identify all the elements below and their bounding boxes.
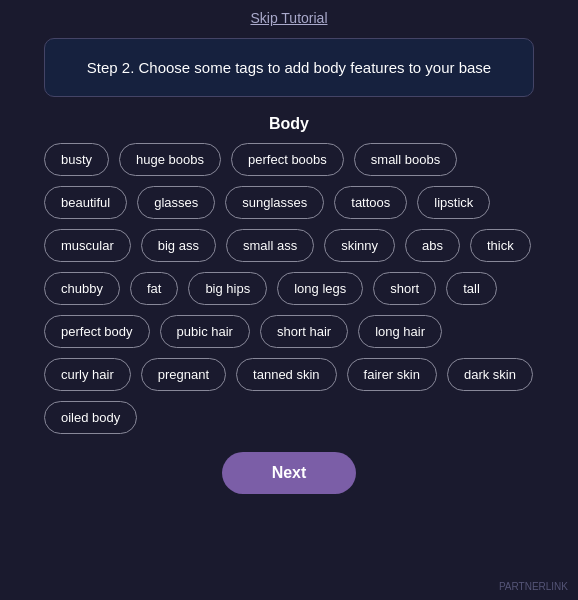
tag-thick[interactable]: thick: [470, 229, 531, 262]
tag-big-ass[interactable]: big ass: [141, 229, 216, 262]
step-description: Step 2. Choose some tags to add body fea…: [69, 57, 509, 78]
tag-curly-hair[interactable]: curly hair: [44, 358, 131, 391]
tag-perfect-body[interactable]: perfect body: [44, 315, 150, 348]
tag-skinny[interactable]: skinny: [324, 229, 395, 262]
tag-big-hips[interactable]: big hips: [188, 272, 267, 305]
tag-pregnant[interactable]: pregnant: [141, 358, 226, 391]
tag-long-legs[interactable]: long legs: [277, 272, 363, 305]
tag-muscular[interactable]: muscular: [44, 229, 131, 262]
tag-pubic-hair[interactable]: pubic hair: [160, 315, 250, 348]
tag-chubby[interactable]: chubby: [44, 272, 120, 305]
tag-small-boobs[interactable]: small boobs: [354, 143, 457, 176]
tag-short-hair[interactable]: short hair: [260, 315, 348, 348]
tag-long-hair[interactable]: long hair: [358, 315, 442, 348]
tag-dark-skin[interactable]: dark skin: [447, 358, 533, 391]
tag-oiled-body[interactable]: oiled body: [44, 401, 137, 434]
tag-perfect-boobs[interactable]: perfect boobs: [231, 143, 344, 176]
tags-container: bustyhuge boobsperfect boobssmall boobsb…: [34, 143, 544, 434]
tag-small-ass[interactable]: small ass: [226, 229, 314, 262]
tag-tattoos[interactable]: tattoos: [334, 186, 407, 219]
tag-tanned-skin[interactable]: tanned skin: [236, 358, 337, 391]
tag-tall[interactable]: tall: [446, 272, 497, 305]
tag-glasses[interactable]: glasses: [137, 186, 215, 219]
tag-huge-boobs[interactable]: huge boobs: [119, 143, 221, 176]
tag-busty[interactable]: busty: [44, 143, 109, 176]
section-title: Body: [269, 115, 309, 133]
tag-lipstick[interactable]: lipstick: [417, 186, 490, 219]
tag-sunglasses[interactable]: sunglasses: [225, 186, 324, 219]
tag-fairer-skin[interactable]: fairer skin: [347, 358, 437, 391]
tag-abs[interactable]: abs: [405, 229, 460, 262]
watermark: PARTNERLINK: [499, 581, 568, 592]
tag-short[interactable]: short: [373, 272, 436, 305]
next-button[interactable]: Next: [222, 452, 357, 494]
skip-tutorial-link[interactable]: Skip Tutorial: [250, 10, 327, 26]
tag-beautiful[interactable]: beautiful: [44, 186, 127, 219]
tag-fat[interactable]: fat: [130, 272, 178, 305]
step-box: Step 2. Choose some tags to add body fea…: [44, 38, 534, 97]
